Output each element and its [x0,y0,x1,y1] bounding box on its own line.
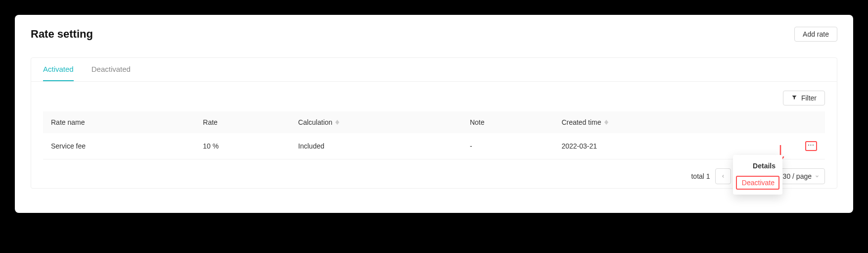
pagination: total 1 1 30 / page [31,159,837,188]
page-size-select[interactable]: 30 / page [777,168,825,184]
filter-icon [791,94,797,102]
col-rate[interactable]: Rate [195,111,290,133]
cell-created-time: 2022-03-21 [553,133,741,159]
col-rate-name[interactable]: Rate name [43,111,195,133]
table-row: Service fee 10 % Included - 2022-03-21 ·… [43,133,825,159]
table-wrap: Rate name Rate Calculation Note [31,111,837,159]
cell-calculation: Included [290,133,462,159]
pagination-total: total 1 [691,172,710,180]
page-title: Rate setting [31,28,93,41]
cell-rate: 10 % [195,133,290,159]
cell-note: - [462,133,553,159]
sort-icon [335,120,339,125]
col-created-time[interactable]: Created time [553,111,741,133]
row-actions-dropdown: Details Deactivate [733,155,782,195]
tabs: Activated Deactivated [31,58,837,82]
chevron-left-icon [721,174,726,179]
col-actions [741,111,825,133]
filter-button[interactable]: Filter [783,91,825,105]
chevron-down-icon [815,174,820,179]
table-header-row: Rate name Rate Calculation Note [43,111,825,133]
cell-actions: ··· Details Deactivate [741,133,825,159]
prev-page-button[interactable] [715,168,731,184]
col-note[interactable]: Note [462,111,553,133]
panel: Activated Deactivated Filter Rate name R… [31,57,837,189]
tab-activated[interactable]: Activated [43,58,74,81]
header: Rate setting Add rate [31,27,837,42]
filter-label: Filter [801,94,817,102]
rates-table: Rate name Rate Calculation Note [43,111,825,159]
rate-setting-card: Rate setting Add rate Activated Deactiva… [15,15,853,213]
toolbar: Filter [31,82,837,111]
page-size-label: 30 / page [783,172,812,180]
ellipsis-icon: ··· [808,142,814,148]
dropdown-details[interactable]: Details [733,158,782,174]
add-rate-button[interactable]: Add rate [794,27,837,42]
dropdown-deactivate[interactable]: Deactivate [736,176,779,190]
more-actions-button[interactable]: ··· [805,141,817,151]
col-calculation[interactable]: Calculation [290,111,462,133]
cell-rate-name: Service fee [43,133,195,159]
sort-icon [604,120,608,125]
tab-deactivated[interactable]: Deactivated [91,58,131,81]
